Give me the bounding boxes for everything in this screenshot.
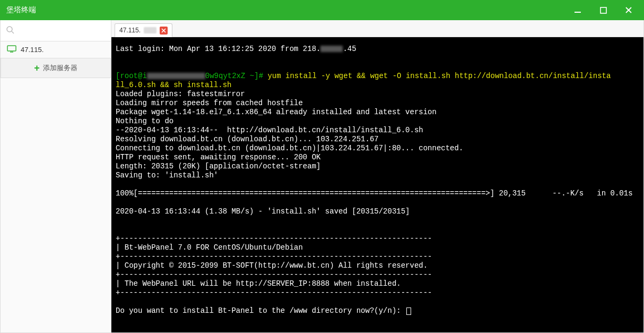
window-controls: [574, 6, 638, 14]
t-sep: +---------------------------------------…: [116, 234, 432, 243]
main-area: 47.115. + 添加服务器 47.115. Last login: Mon …: [0, 20, 644, 333]
svg-rect-6: [7, 46, 16, 51]
sidebar-server-item[interactable]: 47.115.: [1, 41, 111, 58]
cursor-icon: [406, 308, 411, 315]
svg-line-5: [12, 31, 14, 33]
sidebar: 47.115. + 添加服务器: [1, 20, 111, 332]
t-panel: | Bt-WebPanel 7.0 FOR CentOS/Ubuntu/Debi…: [116, 243, 303, 252]
ip-redacted: [320, 46, 343, 52]
tab-close-button[interactable]: [160, 27, 168, 35]
t-line: Package wget-1.14-18.el7_6.1.x86_64 alre…: [116, 108, 437, 116]
t-line: Last login: Mon Apr 13 16:12:25 2020 fro…: [116, 45, 320, 53]
tab-server[interactable]: 47.115.: [115, 23, 172, 37]
svg-rect-1: [601, 7, 606, 13]
tab-label-masked: [144, 27, 156, 33]
t-sep: +---------------------------------------…: [116, 270, 432, 279]
add-server-label: 添加服务器: [43, 63, 77, 73]
t-line: Nothing to do: [116, 117, 173, 125]
close-button[interactable]: [625, 6, 632, 14]
window-title: 堡塔终端: [6, 5, 36, 15]
monitor-icon: [7, 45, 16, 54]
t-prompt-host: 0w9qyt2xZ ~]#: [205, 72, 268, 80]
t-prompt-question: Do you want to install Bt-Panel to the /…: [116, 306, 405, 315]
t-line: Loading mirror speeds from cached hostfi…: [116, 99, 303, 107]
titlebar: 堡塔终端: [0, 0, 644, 20]
t-progress: 100%[===================================…: [116, 189, 633, 198]
search-input[interactable]: [18, 27, 107, 35]
search-icon: [6, 25, 14, 36]
right-pane: 47.115. Last login: Mon Apr 13 16:12:25 …: [111, 20, 643, 332]
t-panel: | Copyright © 2015-2099 BT-SOFT(http://w…: [116, 261, 428, 270]
t-line: Resolving download.bt.cn (download.bt.cn…: [116, 135, 379, 143]
server-ip-label: 47.115.: [21, 46, 43, 54]
t-cmd: yum install -y wget && wget -O install.s…: [267, 72, 611, 80]
t-sep: +---------------------------------------…: [116, 252, 432, 261]
t-cmd2: ll_6.0.sh && sh install.sh: [116, 81, 231, 89]
terminal[interactable]: Last login: Mon Apr 13 16:12:25 2020 fro…: [111, 37, 643, 332]
t-panel: | The WebPanel URL will be http://SERVER…: [116, 279, 401, 288]
t-line: Length: 20315 (20K) [application/octet-s…: [116, 162, 320, 170]
t-line: Loaded plugins: fastestmirror: [116, 90, 245, 98]
t-prompt-user: [root@i: [116, 72, 147, 80]
maximize-button[interactable]: [599, 6, 607, 14]
t-line: --2020-04-13 16:13:44-- http://download.…: [116, 126, 423, 134]
t-line: .45: [343, 45, 356, 53]
minimize-button[interactable]: [574, 6, 581, 14]
plus-icon: +: [34, 63, 40, 73]
host-redacted: [147, 73, 205, 79]
search-row: [1, 20, 111, 41]
add-server-button[interactable]: + 添加服务器: [1, 58, 111, 78]
t-sep: +---------------------------------------…: [116, 288, 432, 297]
svg-point-4: [7, 27, 12, 32]
t-line: Connecting to download.bt.cn (download.b…: [116, 144, 463, 152]
t-line: HTTP request sent, awaiting response... …: [116, 153, 320, 161]
t-saved: 2020-04-13 16:13:44 (1.38 MB/s) - 'insta…: [116, 207, 410, 216]
tabbar: 47.115.: [111, 20, 643, 37]
tab-label: 47.115.: [119, 27, 141, 34]
t-line: Saving to: 'install.sh': [116, 171, 218, 180]
